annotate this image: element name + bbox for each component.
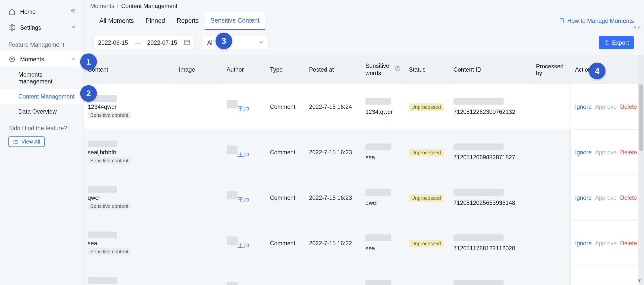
- view-all-label: View All: [21, 138, 40, 145]
- export-icon: [604, 40, 610, 45]
- sidebar-section-feature: Feature Management: [0, 35, 83, 51]
- sidebar: Home Settings Feature Management Moments: [0, 0, 84, 285]
- col-author: Author: [222, 55, 266, 84]
- ignore-action[interactable]: Ignore: [575, 103, 592, 110]
- date-dash: —: [135, 39, 141, 46]
- date-to: 2022-07-15: [147, 39, 177, 46]
- delete-action[interactable]: Delete: [620, 149, 637, 156]
- col-type: Type: [266, 55, 305, 84]
- ignore-action[interactable]: Ignore: [575, 149, 592, 156]
- table-row: seaSensitive content王帅Comment2022-7-15 1…: [84, 220, 644, 266]
- sidebar-label-moments: Moments: [20, 56, 44, 63]
- content-preview-placeholder: [88, 231, 117, 238]
- svg-point-1: [10, 57, 15, 62]
- export-label: Export: [612, 39, 629, 46]
- col-action: Action: [571, 55, 644, 84]
- image-cell: [175, 175, 222, 220]
- col-processed-by: Processed by: [532, 55, 571, 84]
- avatar-placeholder: [227, 282, 237, 285]
- table-row: qwerSensitive content王帅Comment2022-7-15 …: [84, 175, 644, 220]
- filter-select[interactable]: All: [202, 35, 269, 50]
- sensitive-words: qwer: [366, 200, 400, 206]
- image-cell: [175, 129, 222, 175]
- status-badge: Unprocessed: [409, 240, 443, 247]
- scroll-right-icon[interactable]: ▸: [638, 23, 641, 30]
- col-content: Content: [84, 55, 175, 84]
- tab-reports[interactable]: Reports: [171, 12, 205, 30]
- sens-placeholder: [366, 189, 391, 196]
- scrollbar-thumb[interactable]: [639, 84, 643, 151]
- sidebar-item-data-overview[interactable]: Data Overview: [0, 104, 83, 119]
- author-link[interactable]: 王帅: [237, 197, 249, 204]
- approve-action[interactable]: Approve: [595, 103, 617, 110]
- author-link[interactable]: 王帅: [237, 106, 249, 113]
- ignore-action[interactable]: Ignore: [575, 240, 592, 247]
- content-id: 7120512069882871827: [454, 154, 528, 161]
- posted-at-cell: 2022-7-15 16:22: [305, 220, 361, 266]
- type-cell: Comment: [266, 84, 305, 129]
- info-icon[interactable]: [395, 66, 401, 73]
- date-range-input[interactable]: 2022-06-15 — 2022-07-15: [94, 35, 195, 50]
- sidebar-item-home[interactable]: Home: [0, 3, 83, 20]
- ignore-action[interactable]: Ignore: [575, 194, 592, 201]
- scroll-left-icon[interactable]: ◂: [633, 23, 636, 30]
- image-cell: [175, 84, 222, 129]
- svg-point-2: [11, 58, 13, 60]
- help-link[interactable]: How to Manage Moments: [559, 17, 634, 24]
- posted-at-cell: 2022-7-15 16:23: [305, 129, 361, 175]
- sidebar-item-moments-management[interactable]: Moments management: [0, 67, 83, 89]
- avatar-placeholder: [227, 100, 237, 109]
- main-area: Moments › Content Management All Moments…: [84, 0, 644, 285]
- approve-action[interactable]: Approve: [595, 149, 617, 156]
- scroll-arrows: ◂ ▸: [633, 23, 641, 30]
- author-link[interactable]: 王帅: [237, 242, 249, 250]
- moments-icon: [8, 56, 16, 63]
- type-cell: Comment: [266, 220, 305, 266]
- calendar-icon: [184, 39, 191, 47]
- breadcrumb: Moments › Content Management: [84, 0, 644, 12]
- posted-at-cell: 2022-7-15 16:23: [305, 175, 361, 220]
- cid-placeholder: [454, 98, 504, 105]
- approve-action[interactable]: Approve: [595, 194, 617, 201]
- delete-action[interactable]: Delete: [620, 240, 637, 247]
- delete-action[interactable]: Delete: [620, 194, 637, 201]
- sidebar-item-settings[interactable]: Settings: [0, 20, 83, 35]
- col-content-id: Content ID: [449, 55, 532, 84]
- content-table: Content Image Author Type Posted at Sens…: [84, 55, 644, 285]
- svg-point-18: [398, 68, 398, 68]
- col-sens-label: Sensitive words: [366, 63, 393, 77]
- breadcrumb-content-management: Content Management: [121, 3, 178, 9]
- tab-pinned[interactable]: Pinned: [140, 12, 171, 30]
- scroll-down-icon[interactable]: ▾: [635, 276, 644, 285]
- col-sensitive-words: Sensitive words: [361, 55, 405, 84]
- export-button[interactable]: Export: [599, 36, 634, 49]
- tabs-bar: All Moments Pinned Reports Sensitive Con…: [84, 12, 644, 30]
- vertical-scrollbar[interactable]: [638, 55, 644, 285]
- filter-select-value: All: [207, 39, 214, 46]
- svg-rect-12: [185, 40, 190, 44]
- sens-placeholder: [366, 234, 391, 241]
- cid-placeholder: [454, 189, 504, 196]
- processed-by-cell: [532, 84, 571, 129]
- status-badge: Unprocessed: [409, 194, 443, 202]
- sidebar-item-content-management[interactable]: Content Management: [0, 89, 83, 104]
- table-row: seazeanSensitive content张海洋Comment2022-7…: [84, 266, 644, 285]
- breadcrumb-moments[interactable]: Moments: [90, 3, 114, 9]
- content-preview-placeholder: [88, 140, 117, 147]
- view-all-button[interactable]: View All: [8, 136, 45, 147]
- posted-at-cell: 2022-7-15 16:18: [305, 266, 361, 285]
- status-badge: Unprocessed: [409, 103, 443, 111]
- tab-sensitive-content[interactable]: Sensitive Content: [205, 12, 265, 30]
- delete-action[interactable]: Delete: [620, 103, 637, 110]
- list-icon: [13, 139, 19, 145]
- collapse-sidebar-icon[interactable]: [70, 8, 76, 16]
- content-text: qwer: [88, 194, 171, 201]
- tab-all-moments[interactable]: All Moments: [94, 12, 140, 30]
- author-link[interactable]: 王帅: [237, 151, 249, 159]
- help-link-label: How to Manage Moments: [567, 17, 634, 24]
- approve-action[interactable]: Approve: [595, 240, 617, 247]
- sidebar-item-moments[interactable]: Moments: [0, 51, 83, 67]
- type-cell: Comment: [266, 175, 305, 220]
- document-icon: [559, 18, 565, 24]
- col-status: Status: [405, 55, 449, 84]
